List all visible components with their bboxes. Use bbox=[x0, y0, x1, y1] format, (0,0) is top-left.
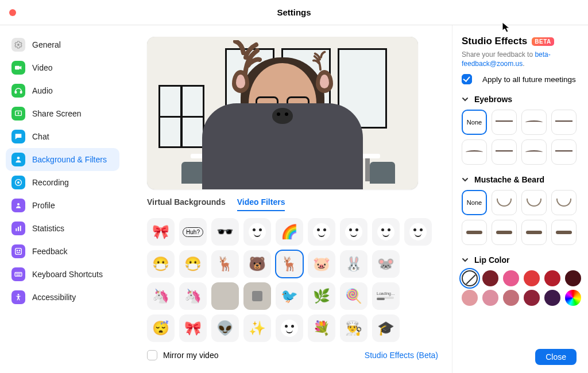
lip-color-option[interactable] bbox=[524, 270, 540, 286]
video-filter-tile[interactable] bbox=[211, 282, 239, 310]
mustache-option[interactable] bbox=[551, 220, 577, 245]
stats-icon bbox=[11, 222, 25, 235]
video-filter-tile[interactable]: 🌈 bbox=[276, 218, 303, 246]
eyebrows-option[interactable] bbox=[462, 139, 487, 165]
lip-color-option[interactable] bbox=[462, 290, 478, 306]
eyebrows-section-toggle[interactable]: Eyebrows bbox=[462, 95, 579, 104]
lip-color-option[interactable] bbox=[462, 270, 478, 286]
video-filter-tile[interactable] bbox=[340, 218, 368, 246]
eyebrows-option[interactable] bbox=[551, 110, 577, 135]
sidebar-item-label: Statistics bbox=[32, 224, 64, 233]
sidebar-item-label: Keyboard Shortcuts bbox=[32, 270, 103, 279]
mustache-option[interactable] bbox=[521, 220, 547, 245]
svg-rect-12 bbox=[16, 248, 22, 255]
lip-color-option[interactable] bbox=[503, 290, 519, 306]
svg-rect-2 bbox=[15, 91, 17, 94]
lip-color-option[interactable] bbox=[482, 270, 498, 286]
video-filter-tile[interactable] bbox=[276, 314, 303, 342]
video-filter-tile[interactable]: 🦄 bbox=[179, 282, 207, 310]
accessibility-icon bbox=[11, 290, 25, 304]
video-filter-tile[interactable] bbox=[243, 218, 271, 246]
mustache-option[interactable] bbox=[521, 190, 547, 215]
video-filter-tile[interactable]: Loading… bbox=[372, 282, 400, 310]
video-filter-tile[interactable] bbox=[372, 218, 400, 246]
eyebrows-option[interactable] bbox=[492, 139, 517, 165]
tab-virtual-backgrounds[interactable]: Virtual Backgrounds bbox=[147, 197, 226, 211]
video-filter-tile[interactable]: 🦌 bbox=[276, 250, 303, 278]
video-filter-tile[interactable]: ✨ bbox=[243, 314, 271, 342]
video-filter-tile[interactable]: Huh? bbox=[179, 218, 207, 246]
video-filter-tile[interactable]: 🎀 bbox=[147, 218, 175, 246]
lip-color-option[interactable] bbox=[544, 270, 560, 286]
video-filter-tile[interactable] bbox=[243, 282, 271, 310]
eyebrows-option[interactable] bbox=[521, 139, 547, 165]
video-filter-tile[interactable]: 🕶️ bbox=[211, 218, 239, 246]
apply-future-checkbox[interactable]: Apply to all future meetings bbox=[462, 74, 579, 84]
lip-color-option[interactable] bbox=[565, 290, 581, 306]
video-filter-tile[interactable]: 👨‍🍳 bbox=[340, 314, 368, 342]
sidebar-item-feedback[interactable]: Feedback bbox=[6, 240, 119, 263]
video-filter-tile[interactable]: 😴 bbox=[147, 314, 175, 342]
sidebar-item-stats[interactable]: Statistics bbox=[6, 217, 119, 240]
eyebrows-option[interactable] bbox=[551, 139, 577, 165]
sidebar-item-label: Accessibility bbox=[32, 293, 76, 302]
close-window-button[interactable] bbox=[9, 9, 16, 16]
eyebrows-option[interactable] bbox=[521, 110, 547, 135]
studio-effects-link[interactable]: Studio Effects (Beta) bbox=[365, 351, 438, 360]
video-filter-tile[interactable]: 👽 bbox=[211, 314, 239, 342]
mustache-section-toggle[interactable]: Mustache & Beard bbox=[462, 175, 579, 184]
lip-color-option[interactable] bbox=[565, 270, 581, 286]
video-filter-grid: 🎀Huh?🕶️🌈😷😷🦌🐻🦌🐷🐰🐭🦄🦄🐦🌿🍭Loading…😴🎀👽✨💐👨‍🍳🎓 bbox=[147, 218, 438, 342]
video-filter-tile[interactable]: 🐻 bbox=[243, 250, 271, 278]
sidebar-item-profile[interactable]: Profile bbox=[6, 194, 119, 217]
sidebar-item-bg[interactable]: Background & Filters bbox=[6, 148, 119, 171]
video-filter-tile[interactable]: 🐷 bbox=[308, 250, 335, 278]
sidebar-item-chat[interactable]: Chat bbox=[6, 125, 119, 148]
video-filter-tile[interactable]: 🐦 bbox=[276, 282, 303, 310]
video-filter-tile[interactable]: 😷 bbox=[147, 250, 175, 278]
video-filter-tile[interactable]: 🦌 bbox=[211, 250, 239, 278]
close-button[interactable]: Close bbox=[535, 349, 577, 365]
sidebar-item-label: Share Screen bbox=[32, 109, 82, 118]
svg-rect-10 bbox=[18, 227, 19, 231]
video-filter-tile[interactable]: 🦄 bbox=[147, 282, 175, 310]
video-filter-tile[interactable]: 🎓 bbox=[372, 314, 400, 342]
eyebrows-option[interactable] bbox=[492, 110, 517, 135]
video-filter-tile[interactable]: 🍭 bbox=[340, 282, 368, 310]
mustache-option[interactable] bbox=[551, 190, 577, 215]
video-filter-tile[interactable] bbox=[404, 218, 432, 246]
video-filter-tile[interactable] bbox=[308, 218, 335, 246]
video-filter-tile[interactable]: 🌿 bbox=[308, 282, 335, 310]
video-filter-tile[interactable]: 💐 bbox=[308, 314, 335, 342]
titlebar: Settings bbox=[0, 0, 588, 25]
sidebar-item-share[interactable]: Share Screen bbox=[6, 102, 119, 125]
lip-color-option[interactable] bbox=[482, 290, 498, 306]
smile-icon bbox=[11, 244, 25, 258]
mustache-option[interactable] bbox=[492, 190, 517, 215]
sidebar-item-recording[interactable]: Recording bbox=[6, 171, 119, 194]
sidebar-item-shortcuts[interactable]: Keyboard Shortcuts bbox=[6, 263, 119, 286]
eyebrows-option[interactable]: None bbox=[462, 110, 487, 135]
sidebar-item-video[interactable]: Video bbox=[6, 56, 119, 79]
lip-color-option[interactable] bbox=[544, 290, 560, 306]
mustache-option[interactable] bbox=[492, 220, 517, 245]
lip-color-option[interactable] bbox=[524, 290, 540, 306]
mustache-option[interactable] bbox=[462, 220, 487, 245]
svg-point-16 bbox=[18, 294, 20, 296]
mirror-video-checkbox[interactable]: Mirror my video bbox=[147, 350, 218, 360]
video-filter-tile[interactable]: 😷 bbox=[179, 250, 207, 278]
tab-video-filters[interactable]: Video Filters bbox=[237, 197, 285, 211]
video-filter-tile[interactable]: 🐭 bbox=[372, 250, 400, 278]
sidebar-item-audio[interactable]: Audio bbox=[6, 79, 119, 102]
reindeer-nose bbox=[272, 108, 293, 124]
sidebar-item-general[interactable]: General bbox=[6, 33, 119, 56]
lip-color-option[interactable] bbox=[503, 270, 519, 286]
lip-color-section-toggle[interactable]: Lip Color bbox=[462, 255, 579, 265]
mustache-option[interactable]: None bbox=[462, 190, 487, 215]
sidebar-item-accessibility[interactable]: Accessibility bbox=[6, 286, 119, 309]
sidebar-item-label: Chat bbox=[32, 132, 49, 141]
video-filter-tile[interactable]: 🐰 bbox=[340, 250, 368, 278]
settings-sidebar: GeneralVideoAudioShare ScreenChatBackgro… bbox=[0, 25, 125, 373]
sidebar-item-label: General bbox=[32, 40, 61, 49]
video-filter-tile[interactable]: 🎀 bbox=[179, 314, 207, 342]
